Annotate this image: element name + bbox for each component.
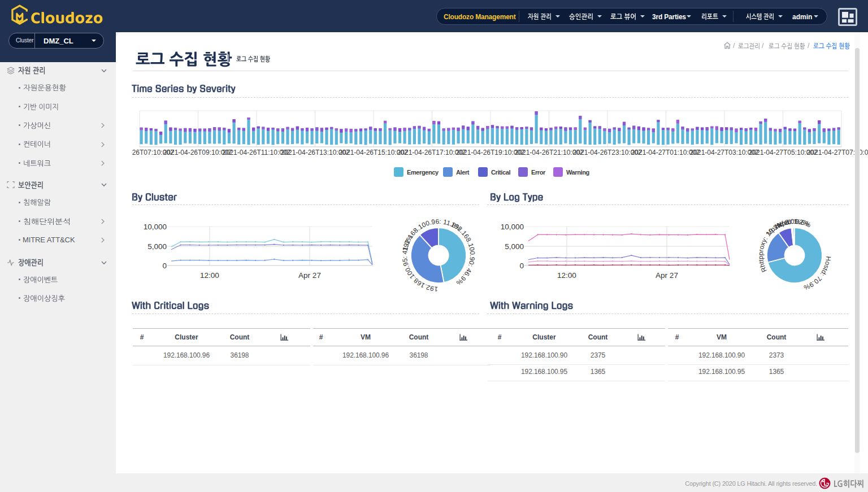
svg-text:12:00: 12:00 [200,271,219,280]
svg-text:10,000: 10,000 [144,223,167,231]
svg-text:Apr 27: Apr 27 [656,271,678,280]
svg-text:0: 0 [162,262,167,270]
svg-text:5,000: 5,000 [147,242,167,251]
svg-text:0: 0 [519,262,524,270]
svg-text:5,000: 5,000 [505,242,524,251]
svg-text:Apr 27: Apr 27 [298,271,321,280]
svg-text:12:00: 12:00 [557,271,576,280]
